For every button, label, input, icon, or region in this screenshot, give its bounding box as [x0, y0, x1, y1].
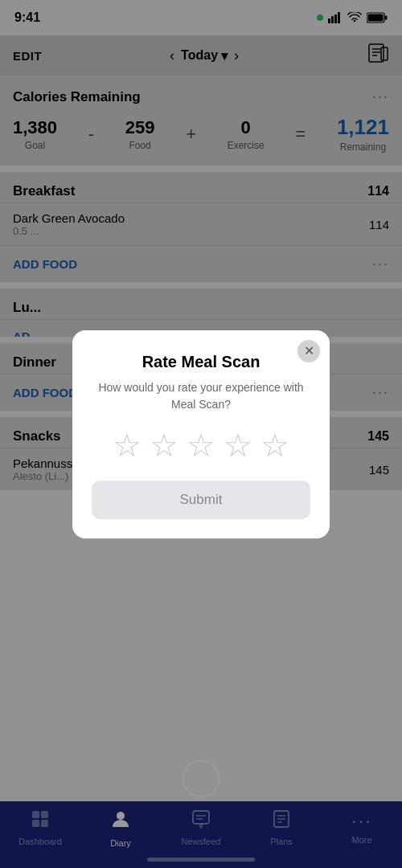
modal-overlay: ✕ Rate Meal Scan How would you rate your…: [0, 0, 402, 868]
modal-subtitle: How would you rate your experience with …: [92, 379, 310, 413]
star-rating[interactable]: ☆ ☆ ☆ ☆ ☆: [92, 429, 310, 461]
star-5[interactable]: ☆: [260, 429, 289, 461]
star-1[interactable]: ☆: [113, 429, 142, 461]
star-3[interactable]: ☆: [187, 429, 215, 461]
close-icon: ✕: [304, 343, 314, 358]
rate-meal-scan-modal: ✕ Rate Meal Scan How would you rate your…: [72, 330, 330, 538]
star-4[interactable]: ☆: [224, 429, 252, 461]
modal-close-button[interactable]: ✕: [297, 340, 320, 362]
modal-title: Rate Meal Scan: [92, 353, 310, 371]
submit-button[interactable]: Submit: [92, 481, 310, 519]
star-2[interactable]: ☆: [150, 429, 178, 461]
